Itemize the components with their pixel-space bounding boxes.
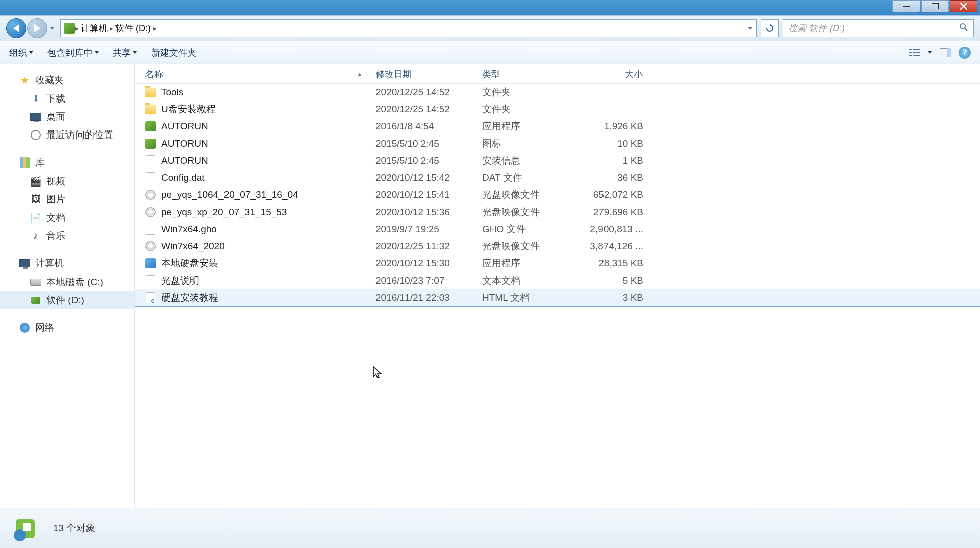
history-dropdown[interactable] bbox=[48, 18, 56, 38]
sidebar-item-label: 文档 bbox=[46, 211, 65, 224]
sidebar-libraries-header[interactable]: 库 bbox=[0, 153, 134, 172]
file-row[interactable]: 硬盘安装教程2016/11/21 22:03HTML 文档3 KB bbox=[135, 289, 980, 306]
file-name: pe_yqs_xp_20_07_31_15_53 bbox=[161, 207, 287, 218]
file-row[interactable]: AUTORUN2015/5/10 2:45安装信息1 KB bbox=[135, 152, 980, 169]
file-type-cell: 图标 bbox=[476, 137, 580, 150]
file-size-cell: 36 KB bbox=[580, 172, 649, 183]
file-name-cell: AUTORUN bbox=[139, 155, 369, 166]
drive-icon bbox=[30, 277, 41, 288]
sidebar-item-drive-c[interactable]: 本地磁盘 (C:) bbox=[0, 273, 134, 291]
file-size-cell: 1 KB bbox=[580, 155, 649, 166]
search-input[interactable]: 搜索 软件 (D:) bbox=[783, 19, 974, 37]
file-name: Win7x64.gho bbox=[161, 224, 217, 235]
view-menu[interactable] bbox=[908, 46, 921, 59]
file-date-cell: 2015/5/10 2:45 bbox=[369, 155, 476, 166]
svg-rect-0 bbox=[903, 6, 910, 7]
sidebar-item-label: 最近访问的位置 bbox=[46, 128, 113, 142]
sidebar-item-drive-d[interactable]: 软件 (D:) bbox=[0, 291, 134, 309]
sidebar-item-downloads[interactable]: ⬇下载 bbox=[0, 90, 134, 108]
sidebar-item-documents[interactable]: 📄文档 bbox=[0, 209, 134, 227]
sidebar-item-recent[interactable]: 最近访问的位置 bbox=[0, 126, 134, 144]
file-icon bbox=[145, 275, 156, 286]
file-date-cell: 2020/12/25 14:52 bbox=[369, 104, 476, 115]
svg-rect-9 bbox=[913, 49, 920, 50]
file-name-cell: 硬盘安装教程 bbox=[139, 291, 369, 304]
file-size-cell: 2,900,813 ... bbox=[580, 224, 649, 235]
file-date-cell: 2020/12/25 14:52 bbox=[369, 87, 476, 98]
drive-icon bbox=[30, 295, 41, 306]
file-type-cell: 文本文档 bbox=[476, 274, 580, 287]
sidebar-favorites-header[interactable]: ★收藏夹 bbox=[0, 71, 134, 90]
file-size-cell: 10 KB bbox=[580, 138, 649, 149]
sidebar-item-label: 图片 bbox=[46, 193, 65, 206]
refresh-button[interactable] bbox=[761, 19, 779, 37]
address-dropdown-icon[interactable] bbox=[748, 27, 753, 30]
sidebar-item-videos[interactable]: 🎬视频 bbox=[0, 172, 134, 190]
picture-icon: 🖼 bbox=[30, 194, 41, 205]
file-row[interactable]: Win7x64.gho2019/9/7 19:25GHO 文件2,900,813… bbox=[135, 221, 980, 238]
file-name: 光盘说明 bbox=[161, 274, 199, 287]
column-date[interactable]: 修改日期 bbox=[369, 68, 476, 80]
sidebar-computer-header[interactable]: 计算机 bbox=[0, 254, 134, 273]
file-row[interactable]: Win7x64_20202020/12/25 11:32光盘映像文件3,874,… bbox=[135, 238, 980, 255]
file-name-cell: AUTORUN bbox=[139, 121, 369, 132]
file-row[interactable]: AUTORUN2016/1/8 4:54应用程序1,926 KB bbox=[135, 118, 980, 135]
file-row[interactable]: Tools2020/12/25 14:52文件夹 bbox=[135, 84, 980, 101]
file-type-cell: 光盘映像文件 bbox=[476, 206, 580, 219]
sidebar-item-music[interactable]: ♪音乐 bbox=[0, 227, 134, 245]
file-row[interactable]: 本地硬盘安装2020/10/12 15:30应用程序28,315 KB bbox=[135, 255, 980, 272]
help-button[interactable]: ? bbox=[959, 47, 971, 59]
file-date-cell: 2016/11/21 22:03 bbox=[369, 292, 476, 303]
file-name: AUTORUN bbox=[161, 138, 208, 149]
column-type[interactable]: 类型 bbox=[476, 68, 580, 80]
file-name: AUTORUN bbox=[161, 155, 208, 166]
forward-button[interactable] bbox=[27, 18, 47, 38]
breadcrumb-computer[interactable]: 计算机 bbox=[79, 22, 110, 34]
statusbar: 13 个对象 bbox=[0, 508, 980, 548]
file-row[interactable]: Config.dat2020/10/12 15:42DAT 文件36 KB bbox=[135, 169, 980, 186]
video-icon: 🎬 bbox=[30, 176, 41, 187]
file-type-cell: 安装信息 bbox=[476, 154, 580, 167]
desktop-icon bbox=[30, 111, 41, 122]
file-size-cell: 5 KB bbox=[580, 275, 649, 286]
breadcrumb-separator: ▸ bbox=[153, 24, 157, 32]
share-menu[interactable]: 共享 bbox=[113, 47, 137, 59]
maximize-button[interactable] bbox=[921, 0, 949, 12]
file-row[interactable]: pe_yqs_1064_20_07_31_16_042020/10/12 15:… bbox=[135, 186, 980, 203]
file-name: U盘安装教程 bbox=[161, 103, 216, 116]
sidebar-favorites-group: ★收藏夹 ⬇下载 桌面 最近访问的位置 bbox=[0, 71, 134, 144]
sidebar-item-desktop[interactable]: 桌面 bbox=[0, 108, 134, 126]
file-row[interactable]: U盘安装教程2020/12/25 14:52文件夹 bbox=[135, 101, 980, 118]
search-icon bbox=[959, 23, 968, 34]
preview-pane-button[interactable] bbox=[939, 46, 952, 59]
organize-menu[interactable]: 组织 bbox=[9, 47, 33, 59]
file-type-cell: 文件夹 bbox=[476, 103, 580, 116]
close-button[interactable] bbox=[950, 0, 977, 12]
breadcrumb-drive[interactable]: 软件 (D:) bbox=[113, 22, 153, 34]
sidebar-network-group: 网络 bbox=[0, 318, 134, 337]
address-bar[interactable]: ▸ 计算机 ▸ 软件 (D:) ▸ bbox=[60, 19, 757, 37]
view-dropdown-icon[interactable] bbox=[928, 51, 932, 54]
back-button[interactable] bbox=[6, 18, 26, 38]
file-row[interactable]: AUTORUN2015/5/10 2:45图标10 KB bbox=[135, 135, 980, 152]
minimize-button[interactable] bbox=[892, 0, 920, 12]
sidebar-computer-group: 计算机 本地磁盘 (C:) 软件 (D:) bbox=[0, 254, 134, 309]
file-icon bbox=[145, 172, 156, 183]
column-size[interactable]: 大小 bbox=[580, 68, 649, 80]
svg-point-4 bbox=[960, 24, 965, 29]
svg-rect-8 bbox=[909, 55, 912, 56]
newfolder-button[interactable]: 新建文件夹 bbox=[151, 47, 196, 59]
sidebar-network-header[interactable]: 网络 bbox=[0, 318, 134, 337]
column-name[interactable]: 名称▲ bbox=[139, 68, 369, 80]
sidebar-item-pictures[interactable]: 🖼图片 bbox=[0, 190, 134, 209]
svg-rect-16 bbox=[23, 523, 31, 531]
file-name-cell: Config.dat bbox=[139, 172, 369, 183]
file-row[interactable]: 光盘说明2016/10/23 7:07文本文档5 KB bbox=[135, 272, 980, 289]
file-name-cell: pe_yqs_1064_20_07_31_16_04 bbox=[139, 189, 369, 200]
file-size-cell: 1,926 KB bbox=[580, 121, 649, 132]
include-menu[interactable]: 包含到库中 bbox=[47, 47, 99, 59]
file-name-cell: Win7x64_2020 bbox=[139, 241, 369, 252]
file-row[interactable]: pe_yqs_xp_20_07_31_15_532020/10/12 15:36… bbox=[135, 203, 980, 221]
sidebar-item-label: 软件 (D:) bbox=[46, 294, 84, 307]
file-date-cell: 2020/12/25 11:32 bbox=[369, 241, 476, 252]
